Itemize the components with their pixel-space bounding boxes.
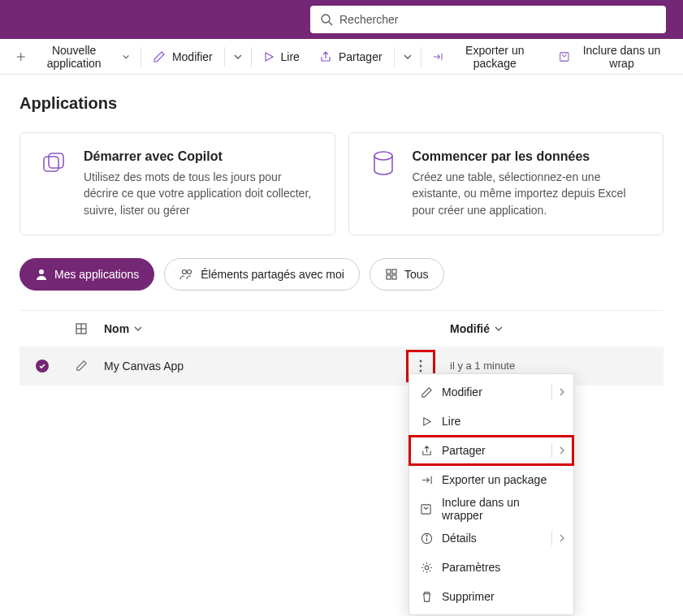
database-icon — [369, 149, 398, 179]
data-desc: Créez une table, sélectionnez-en une exi… — [413, 169, 644, 218]
svg-rect-6 — [44, 157, 58, 171]
row-modified-cell: il y a 1 minute — [443, 360, 664, 372]
export-icon — [432, 50, 443, 63]
menu-share[interactable]: Partager — [409, 436, 573, 465]
chevron-down-icon — [134, 325, 142, 333]
top-bar — [0, 0, 683, 39]
menu-settings-label: Paramètres — [442, 561, 500, 574]
start-cards: Démarrer avec Copilot Utilisez des mots … — [19, 132, 664, 235]
people-icon — [179, 268, 194, 281]
chevron-down-icon — [495, 325, 503, 333]
svg-point-26 — [426, 535, 426, 536]
divider — [551, 443, 552, 458]
svg-point-19 — [420, 360, 422, 362]
list-header: Nom Modifié — [19, 311, 664, 347]
pencil-icon — [153, 50, 166, 63]
copilot-icon — [40, 149, 69, 179]
chevron-down-icon — [234, 53, 242, 61]
page-body: Applications Démarrer avec Copilot Utili… — [0, 75, 683, 386]
divider — [421, 47, 421, 67]
gear-icon — [419, 562, 434, 574]
row-select[interactable] — [19, 360, 65, 373]
filter-mine[interactable]: Mes applications — [19, 258, 154, 291]
edit-button[interactable]: Modifier — [143, 39, 223, 75]
filter-pills: Mes applications Éléments partagés avec … — [19, 258, 664, 291]
menu-details-label: Détails — [442, 532, 477, 545]
svg-point-11 — [188, 269, 192, 274]
chevron-right-icon — [559, 446, 565, 454]
col-name-header[interactable]: Nom — [97, 322, 398, 335]
filter-mine-label: Mes applications — [54, 268, 139, 281]
export-button[interactable]: Exporter un package — [422, 39, 549, 75]
play-button[interactable]: Lire — [253, 39, 309, 75]
copilot-card[interactable]: Démarrer avec Copilot Utilisez des mots … — [19, 132, 335, 235]
wrap-icon — [559, 50, 570, 63]
svg-point-10 — [183, 269, 187, 274]
chevron-right-icon — [559, 388, 565, 396]
page-title: Applications — [19, 94, 664, 113]
play-icon — [263, 51, 274, 62]
export-icon — [419, 474, 434, 486]
filter-shared-label: Éléments partagés avec moi — [201, 268, 344, 281]
menu-wrap-label: Inclure dans un wrapper — [442, 496, 564, 522]
svg-rect-14 — [387, 275, 391, 279]
modified-text: il y a 1 minute — [450, 360, 515, 372]
export-label: Exporter un package — [450, 44, 539, 70]
col-name-label: Nom — [104, 322, 129, 335]
svg-point-0 — [322, 15, 330, 23]
svg-rect-15 — [392, 275, 396, 279]
menu-edit-label: Modifier — [442, 386, 482, 398]
divider — [551, 531, 552, 545]
menu-export[interactable]: Exporter un package — [409, 465, 573, 494]
menu-wrap[interactable]: Inclure dans un wrapper — [409, 494, 573, 523]
share-button[interactable]: Partager — [309, 39, 392, 75]
divider — [251, 47, 252, 67]
menu-share-label: Partager — [442, 444, 486, 457]
trash-icon — [419, 591, 434, 603]
row-name-cell[interactable]: My Canvas App — [97, 360, 398, 373]
divider — [140, 47, 141, 67]
check-icon — [36, 360, 49, 373]
menu-details[interactable]: Détails — [409, 523, 573, 553]
chevron-down-icon — [404, 53, 412, 61]
filter-all[interactable]: Tous — [370, 258, 444, 291]
command-bar: Nouvelle application Modifier Lire Parta… — [0, 39, 683, 75]
grid-icon — [385, 268, 398, 281]
menu-play[interactable]: Lire — [409, 407, 573, 436]
wrap-icon — [419, 503, 434, 515]
menu-play-label: Lire — [442, 415, 460, 428]
share-icon — [319, 50, 332, 63]
svg-marker-4 — [266, 53, 273, 61]
svg-point-9 — [39, 269, 44, 274]
filter-all-label: Tous — [404, 268, 429, 281]
menu-delete[interactable]: Supprimer — [409, 582, 573, 611]
pencil-icon — [76, 360, 88, 372]
divider — [394, 47, 395, 67]
search-box[interactable] — [310, 6, 666, 33]
wrap-button[interactable]: Inclure dans un wrap — [549, 39, 677, 75]
info-icon — [419, 532, 434, 545]
search-input[interactable] — [339, 13, 656, 26]
col-type[interactable] — [65, 322, 97, 335]
menu-export-label: Exporter un package — [442, 473, 547, 486]
svg-point-8 — [374, 152, 392, 160]
wrap-label: Inclure dans un wrap — [577, 44, 667, 70]
edit-split-button[interactable] — [227, 39, 249, 75]
col-modified-header[interactable]: Modifié — [443, 322, 664, 335]
menu-edit[interactable]: Modifier — [409, 377, 573, 407]
svg-point-27 — [425, 566, 429, 570]
new-app-button[interactable]: Nouvelle application — [6, 39, 139, 75]
row-edit-icon-cell[interactable] — [65, 360, 97, 372]
edit-label: Modifier — [172, 50, 213, 63]
menu-settings[interactable]: Paramètres — [409, 553, 573, 582]
play-icon — [419, 416, 434, 427]
play-label: Lire — [281, 50, 300, 63]
svg-line-1 — [329, 22, 332, 25]
svg-point-21 — [420, 369, 422, 372]
data-card[interactable]: Commencer par les données Créez une tabl… — [348, 132, 664, 235]
share-split-button[interactable] — [396, 39, 419, 75]
share-label: Partager — [339, 50, 383, 63]
chevron-right-icon — [559, 534, 565, 542]
filter-shared[interactable]: Éléments partagés avec moi — [164, 258, 360, 291]
new-app-label: Nouvelle application — [32, 44, 116, 70]
